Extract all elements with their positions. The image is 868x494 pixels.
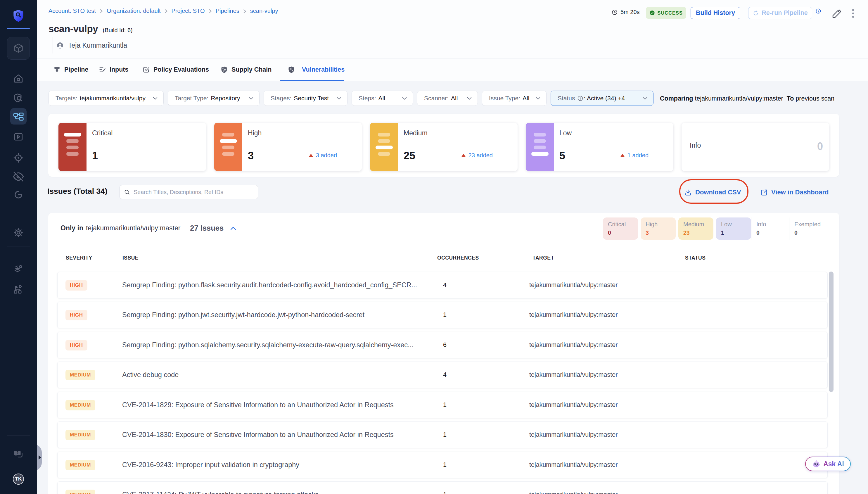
breadcrumb-organization[interactable]: Organization: default	[107, 7, 161, 14]
group-header: Only in tejakummarikuntla/vulpy:master 2…	[60, 224, 236, 232]
sidebar-item-pipelines[interactable]	[10, 108, 26, 125]
severity-badge: HIGH	[65, 302, 88, 328]
sidebar-item-exemptions[interactable]	[10, 168, 26, 185]
issues-search[interactable]	[119, 185, 258, 199]
panel-expand-handle[interactable]	[37, 445, 43, 471]
filter-scanner[interactable]: Scanner: All	[417, 91, 478, 106]
severity-badge: HIGH	[65, 272, 88, 298]
severity-badge: MEDIUM	[65, 362, 95, 388]
column-issue: ISSUE	[122, 255, 138, 261]
filter-issue-type[interactable]: Issue Type: All	[482, 91, 546, 106]
sidebar-item-help[interactable]: ?	[10, 446, 26, 462]
card-label: Low	[559, 129, 572, 137]
issue-target: tejakummarikuntla/vulpy:master	[529, 362, 618, 388]
sidebar-item-test-targets[interactable]	[10, 150, 26, 166]
breadcrumb-separator	[165, 9, 168, 14]
breadcrumb-pipelines[interactable]: Pipelines	[216, 7, 239, 14]
comparing-line: Comparing tejakummarikuntla/vulpy:master…	[660, 95, 834, 102]
collapse-chevron-icon[interactable]	[230, 226, 236, 230]
severity-bar	[378, 152, 390, 156]
filters-bar: Targets: tejakummarikuntla/vulpy Target …	[49, 91, 654, 106]
comparing-baseline[interactable]: previous scan	[795, 95, 834, 102]
summary-card-info: Info 0	[681, 123, 829, 171]
ai-bot-icon	[812, 459, 821, 468]
breadcrumb-separator	[243, 9, 246, 14]
more-options-icon[interactable]	[852, 9, 854, 19]
module-selector-button[interactable]	[7, 37, 30, 60]
comparing-target[interactable]: tejakummarikuntla/vulpy:master	[695, 95, 783, 102]
settings-gear-icon	[13, 227, 24, 238]
filter-value: All	[523, 95, 529, 102]
sto-logo-icon[interactable]	[0, 9, 37, 23]
filter-target-type[interactable]: Target Type: Repository	[168, 91, 259, 106]
pipeline-info-icon[interactable]	[815, 8, 821, 15]
issue-row[interactable]: HIGH Semgrep Finding: python.sqlalchemy.…	[57, 332, 828, 358]
severity-badge: MEDIUM	[65, 482, 95, 494]
issues-title: Issues (Total 34)	[47, 187, 108, 196]
sidebar-divider	[7, 216, 30, 216]
expand-arrow-icon	[37, 445, 43, 470]
user-avatar[interactable]: TK	[13, 474, 24, 484]
filter-steps[interactable]: Steps: All	[352, 91, 413, 106]
filter-status[interactable]: Status : Active (34) +4	[551, 91, 654, 106]
edit-pipeline-icon[interactable]	[831, 8, 842, 20]
breadcrumb-account[interactable]: Account: STO test	[49, 7, 96, 14]
build-id-label: (Build Id: 6)	[102, 27, 132, 34]
critical-severity-icon	[58, 123, 86, 171]
chevron-right-icon	[209, 9, 212, 14]
search-input[interactable]	[134, 189, 254, 195]
issue-occurrences: 4	[443, 362, 447, 388]
home-icon	[13, 73, 24, 84]
column-target: TARGET	[533, 255, 554, 261]
ask-ai-button[interactable]: Ask AI	[805, 457, 851, 471]
issue-title: Semgrep Finding: python.jwt.security.jwt…	[122, 302, 364, 328]
sidebar-item-settings[interactable]	[10, 225, 26, 241]
vulnerabilities-tab-icon	[288, 66, 295, 73]
filter-targets[interactable]: Targets: tejakummarikuntla/vulpy	[49, 91, 164, 106]
sidebar-item-home[interactable]	[10, 71, 26, 87]
issue-row[interactable]: MEDIUM CVE-2017-11424: PyJWT vulnerable …	[57, 481, 828, 494]
issue-occurrences: 1	[443, 302, 447, 328]
issue-row[interactable]: MEDIUM CVE-2014-1830: Exposure of Sensit…	[57, 421, 828, 448]
filter-label: Status	[558, 95, 575, 102]
clock-icon	[612, 9, 618, 16]
group-target: tejakummarikuntla/vulpy:master	[86, 224, 180, 232]
breadcrumb-project[interactable]: Project: STO	[172, 7, 205, 14]
sidebar-item-get-started[interactable]	[10, 187, 26, 203]
issue-row[interactable]: HIGH Semgrep Finding: python.flask.secur…	[57, 272, 828, 299]
tab-inputs[interactable]: Inputs	[99, 58, 129, 81]
issue-row[interactable]: MEDIUM CVE-2016-9243: Improper input val…	[57, 452, 828, 478]
severity-badge: MEDIUM	[65, 392, 95, 418]
issue-title: CVE-2017-11424: PyJWT vulnerable to sign…	[122, 482, 319, 494]
supply-chain-tab-icon	[221, 66, 228, 73]
issue-row[interactable]: MEDIUM Active debug code 4 tejakummariku…	[57, 362, 828, 388]
build-history-button[interactable]: Build History	[691, 7, 740, 19]
issue-row[interactable]: HIGH Semgrep Finding: python.jwt.securit…	[57, 302, 828, 328]
view-in-dashboard-button[interactable]: View in Dashboard	[760, 189, 829, 196]
chevron-down-icon	[153, 97, 157, 100]
sidebar-item-project-setup[interactable]	[10, 261, 26, 278]
card-label: Info	[690, 141, 701, 149]
issue-row[interactable]: MEDIUM CVE-2014-1829: Exposure of Sensit…	[57, 392, 828, 418]
tab-supply-chain[interactable]: Supply Chain	[221, 58, 271, 81]
tab-policy-evaluations[interactable]: Policy Evaluations	[142, 58, 209, 81]
sidebar-item-overview[interactable]	[10, 90, 26, 106]
author-row: Teja Kummarikuntla	[53, 37, 127, 54]
issues-group: Only in tejakummarikuntla/vulpy:master 2…	[48, 213, 840, 494]
pencil-icon	[831, 8, 842, 19]
tab-pipeline[interactable]: Pipeline	[54, 58, 88, 81]
scrollbar-thumb[interactable]	[829, 271, 833, 392]
sidebar-item-org-setup[interactable]	[10, 281, 26, 298]
severity-count-chips: Critical 0 High 3 Medium 23 Low 1 Info 0…	[603, 217, 823, 240]
rerun-pipeline-button[interactable]: Re-run Pipeline	[748, 7, 812, 19]
severity-bar	[378, 133, 390, 136]
breadcrumb-current[interactable]: scan-vulpy	[250, 7, 278, 14]
sidebar-item-executions[interactable]	[10, 129, 26, 145]
issue-occurrences: 1	[443, 452, 447, 478]
chip-info: Info 0	[751, 217, 789, 240]
filter-stages[interactable]: Stages: Security Test	[264, 91, 347, 106]
tab-vulnerabilities[interactable]: Vulnerabilities	[288, 58, 345, 81]
severity-bar	[66, 146, 79, 149]
filter-value: All	[379, 95, 385, 102]
filter-value: tejakummarikuntla/vulpy	[80, 95, 146, 102]
